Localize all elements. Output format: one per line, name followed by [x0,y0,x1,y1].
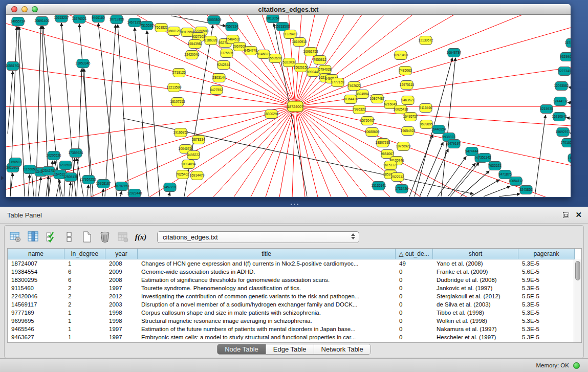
show-column-icon[interactable] [27,230,40,244]
minimize-window-button[interactable] [21,6,28,12]
network-node[interactable]: 9457791 [163,183,177,192]
table-row[interactable]: 1938455462009Genome-wide association stu… [8,268,581,276]
network-node[interactable]: 8471876 [498,170,512,179]
network-node[interactable]: 15720407 [360,117,375,125]
table-row[interactable]: 1830029562008Estimation of significance … [8,276,581,284]
network-node[interactable]: 12444132 [553,97,568,106]
network-node[interactable]: 12505135 [63,173,78,182]
tab-edge-table[interactable]: Edge Table [266,344,314,354]
network-node[interactable]: 16053809 [207,16,222,25]
column-header[interactable]: title [138,249,396,259]
network-node[interactable]: 3498222 [187,151,200,160]
window-titlebar[interactable]: citations_edges.txt [6,4,571,15]
network-node[interactable]: 7515526 [140,21,154,30]
table-row[interactable]: 946362711997Embryonic stem cells: a mode… [8,333,581,341]
network-node[interactable]: 9466160 [92,15,105,23]
network-node[interactable]: 24055724 [11,17,26,26]
scrollbar-thumb[interactable] [575,261,580,280]
close-panel-icon[interactable]: ✕ [575,212,582,218]
network-node[interactable]: 15685201 [268,54,283,63]
network-node[interactable]: 8813054 [266,15,279,23]
network-node[interactable]: 21053346 [76,59,91,68]
column-header[interactable]: pagerank [518,249,575,259]
table-row[interactable]: 946554611997Estimation of the future num… [8,325,581,333]
network-node[interactable]: 12213599 [167,83,182,92]
network-node[interactable]: 15751074 [565,39,571,48]
network-node[interactable]: 9329965 [560,53,571,61]
network-node[interactable]: 16151321 [383,161,398,170]
new-table-icon[interactable] [80,230,94,244]
network-node[interactable]: 9660128 [167,27,181,36]
network-node[interactable]: 22420046 [185,51,200,59]
network-node[interactable]: 9777169 [331,78,344,87]
network-node[interactable]: 17359924 [69,149,83,158]
network-node[interactable]: 20551702 [6,62,20,71]
network-node[interactable]: 5878334 [192,136,205,144]
tab-node-table[interactable]: Node Table [217,344,266,354]
network-node[interactable]: 9242844 [217,61,230,70]
network-node[interactable]: 9297588 [59,161,72,170]
network-node[interactable]: 9115460 [420,104,432,113]
table-row[interactable]: 969969511998Structural magnetic resonanc… [8,317,581,325]
network-node[interactable]: 7955812 [313,56,326,64]
network-node[interactable]: 10973493 [394,51,408,60]
network-node[interactable]: 2803144 [212,74,226,82]
splitter-handle[interactable] [290,203,299,206]
network-node[interactable]: 9227341 [558,67,571,76]
network-node[interactable]: 12093582 [554,82,569,91]
network-node[interactable]: 1733426 [395,185,408,193]
network-node[interactable]: 20206526 [47,151,61,160]
network-node[interactable]: 8427552 [210,86,223,95]
network-node[interactable]: 15276021 [72,15,87,24]
network-node[interactable]: 10958187 [96,180,111,188]
network-node[interactable]: 16640910 [292,38,307,47]
select-columns-icon[interactable] [45,230,58,244]
network-node[interactable]: 12139672 [419,36,433,45]
network-node[interactable]: 8186328 [204,36,217,45]
network-node[interactable]: 9245852 [519,186,533,194]
network-node[interactable]: 10807487 [370,95,385,103]
network-node[interactable]: 11325419 [283,30,298,39]
column-header[interactable]: in_degree [64,249,105,259]
network-node[interactable]: 16440954 [431,125,446,134]
network-node[interactable]: 6794028 [318,65,332,74]
network-node[interactable]: 15218506 [275,23,290,31]
network-node[interactable]: 11156853 [23,165,37,174]
network-node[interactable]: 12342757 [41,167,56,176]
memory-status-icon[interactable] [573,362,580,369]
delete-table-icon[interactable] [98,230,112,244]
column-header[interactable]: △ out_de... [396,249,433,259]
network-node[interactable]: 7986322 [353,105,366,114]
network-node[interactable]: 9699695 [420,120,433,129]
network-node[interactable]: 18107553 [170,98,185,106]
network-node[interactable]: 20691406 [35,17,50,26]
network-node[interactable]: 2522742 [391,173,404,182]
network-node[interactable]: 10719155 [110,15,124,24]
table-row[interactable]: 1456911722003Disruption of a novel membe… [8,300,581,309]
network-canvas[interactable]: 2405572420691406105532571527602194661601… [6,15,571,197]
network-node[interactable]: 10688609 [365,128,380,137]
network-node[interactable]: 16914479 [190,171,205,180]
column-header[interactable]: year [105,249,138,259]
network-node[interactable]: 10654112 [509,177,524,186]
network-node[interactable]: 16543982 [188,40,203,49]
table-row[interactable]: 1872400712008Changes of HCN gene express… [8,259,581,268]
network-node[interactable]: 16648784 [447,49,462,57]
node-table[interactable]: namein_degreeyeartitle△ out_de...shortpa… [7,248,582,343]
close-window-button[interactable] [11,6,17,12]
network-node[interactable]: 18300295 [264,110,279,119]
network-node[interactable]: 1167534 [568,154,571,163]
network-node[interactable]: 6479197 [447,140,461,148]
network-node[interactable]: 7462622 [347,82,361,91]
network-node[interactable]: 7632621 [488,162,502,170]
network-node[interactable]: 7663822 [155,24,168,32]
table-selector-dropdown[interactable]: citations_edges.txt [157,231,359,243]
network-node[interactable]: 16495757 [403,113,418,121]
network-node[interactable]: 10756928 [396,142,411,151]
column-header[interactable]: name [8,249,64,259]
network-node[interactable]: 20364436 [343,95,358,104]
table-row[interactable]: 911546021997Tourette syndrome. Phenomeno… [8,284,581,292]
row-height-icon[interactable] [62,230,76,244]
network-node[interactable]: 17957253 [81,176,96,184]
network-node[interactable]: 12975115 [400,81,415,90]
